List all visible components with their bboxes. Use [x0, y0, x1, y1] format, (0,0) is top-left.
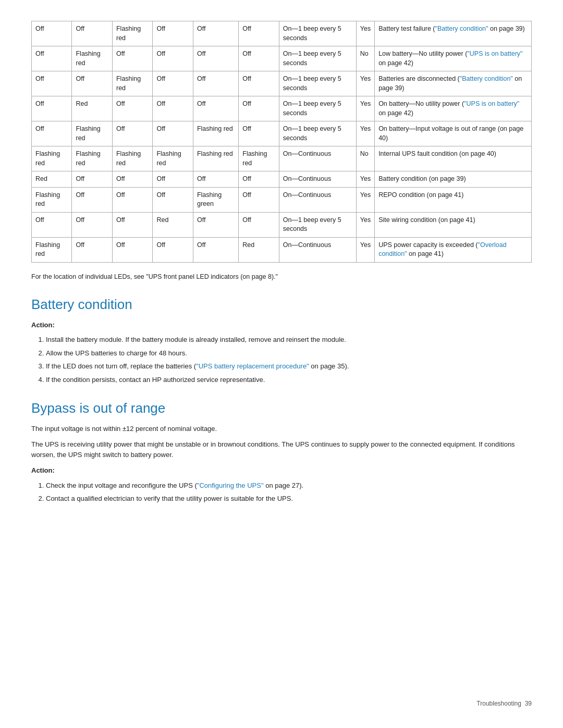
table-cell: On—1 beep every 5 seconds: [279, 46, 356, 71]
table-cell: Off: [112, 121, 152, 146]
table-cell: Off: [193, 96, 238, 121]
table-cell: Off: [72, 171, 112, 188]
table-cell: Yes: [356, 237, 374, 262]
table-cell: On—1 beep every 5 seconds: [279, 212, 356, 237]
note-text: For the location of individual LEDs, see…: [31, 272, 532, 282]
led-status-table: OffOffFlashing redOffOffOffOn—1 beep eve…: [31, 21, 532, 263]
table-cell: Off: [193, 237, 238, 262]
table-cell: Yes: [356, 121, 374, 146]
table-cell: Flashing red: [239, 146, 279, 171]
table-cell: Off: [193, 71, 238, 96]
table-cell: Off: [32, 21, 72, 46]
table-row: OffOffFlashing redOffOffOffOn—1 beep eve…: [32, 71, 532, 96]
table-cell: Off: [239, 121, 279, 146]
table-cell: Yes: [356, 212, 374, 237]
footer-page: 39: [525, 700, 532, 707]
table-cell: Off: [72, 21, 112, 46]
table-cell: Off: [193, 212, 238, 237]
battery-step-item: Install the battery module. If the batte…: [46, 335, 532, 345]
battery-condition-link[interactable]: "Battery condition": [460, 75, 513, 82]
table-cell: Off: [239, 96, 279, 121]
table-cell-description: Site wiring condition (on page 41): [375, 212, 532, 237]
bypass-range-title: Bypass is out of range: [31, 400, 532, 416]
table-cell: Off: [72, 212, 112, 237]
table-cell: Off: [153, 71, 193, 96]
table-cell: Red: [153, 212, 193, 237]
battery-replacement-link[interactable]: "UPS battery replacement procedure": [196, 362, 309, 370]
table-cell: Off: [72, 237, 112, 262]
table-cell: Off: [153, 21, 193, 46]
table-cell: Flashing red: [72, 146, 112, 171]
table-cell: Flashing red: [32, 146, 72, 171]
ups-on-battery-link[interactable]: "UPS is on battery": [467, 50, 522, 57]
table-row: OffFlashing redOffOffFlashing redOffOn—1…: [32, 121, 532, 146]
table-cell: On—1 beep every 5 seconds: [279, 71, 356, 96]
table-cell-description: Low battery—No utility power ("UPS is on…: [375, 46, 532, 71]
battery-condition-title: Battery condition: [31, 297, 532, 313]
table-cell: Off: [153, 96, 193, 121]
bypass-para1: The input voltage is not within ±12 perc…: [31, 424, 532, 434]
table-row: OffFlashing redOffOffOffOffOn—1 beep eve…: [32, 46, 532, 71]
footer: Troubleshooting 39: [476, 700, 532, 707]
table-cell: Red: [72, 96, 112, 121]
table-row: OffRedOffOffOffOffOn—1 beep every 5 seco…: [32, 96, 532, 121]
table-cell: Yes: [356, 21, 374, 46]
battery-action-label: Action:: [31, 320, 532, 330]
table-cell-description: On battery—Input voltage is out of range…: [375, 121, 532, 146]
table-cell: Off: [72, 187, 112, 212]
table-cell: Yes: [356, 187, 374, 212]
table-cell: Flashing green: [193, 187, 238, 212]
bypass-range-section: Bypass is out of range The input voltage…: [31, 400, 532, 504]
table-cell: Yes: [356, 171, 374, 188]
table-cell: Flashing red: [72, 121, 112, 146]
table-cell: Off: [112, 46, 152, 71]
table-cell: Flashing red: [32, 187, 72, 212]
table-cell: On—Continuous: [279, 187, 356, 212]
table-cell: Off: [32, 212, 72, 237]
bypass-para2: The UPS is receiving utility power that …: [31, 439, 532, 460]
table-cell-description: REPO condition (on page 41): [375, 187, 532, 212]
table-cell: Off: [239, 21, 279, 46]
battery-step-item: If the LED does not turn off, replace th…: [46, 361, 532, 372]
table-cell: Flashing red: [153, 146, 193, 171]
table-row: RedOffOffOffOffOffOn—ContinuousYesBatter…: [32, 171, 532, 188]
table-cell: Off: [32, 121, 72, 146]
table-cell: Off: [153, 187, 193, 212]
table-cell: No: [356, 146, 374, 171]
table-cell: On—1 beep every 5 seconds: [279, 21, 356, 46]
battery-step-item: Allow the UPS batteries to charge for 48…: [46, 348, 532, 359]
table-cell: Off: [32, 96, 72, 121]
configuring-ups-link[interactable]: "Configuring the UPS": [197, 482, 264, 489]
table-cell: Yes: [356, 71, 374, 96]
table-cell: Off: [193, 21, 238, 46]
table-cell: Flashing red: [193, 146, 238, 171]
table-cell: Off: [112, 212, 152, 237]
table-cell: Off: [153, 46, 193, 71]
bypass-step-item: Contact a qualified electrician to verif…: [46, 493, 532, 504]
table-cell: Off: [239, 187, 279, 212]
table-cell: On—1 beep every 5 seconds: [279, 96, 356, 121]
table-cell: Flashing red: [112, 21, 152, 46]
table-cell: On—1 beep every 5 seconds: [279, 121, 356, 146]
battery-step-item: If the condition persists, contact an HP…: [46, 375, 532, 385]
table-cell: Off: [239, 212, 279, 237]
table-row: OffOffOffRedOffOffOn—1 beep every 5 seco…: [32, 212, 532, 237]
overload-condition-link[interactable]: "Overload condition": [378, 241, 507, 258]
bypass-step-item: Check the input voltage and reconfigure …: [46, 480, 532, 491]
table-cell-description: Battery test failure ("Battery condition…: [375, 21, 532, 46]
table-cell: Off: [153, 171, 193, 188]
battery-condition-link[interactable]: "Battery condition": [435, 25, 488, 32]
table-cell: Flashing red: [72, 46, 112, 71]
table-cell: Flashing red: [112, 71, 152, 96]
table-row: Flashing redOffOffOffOffRedOn—Continuous…: [32, 237, 532, 262]
table-cell: Off: [112, 96, 152, 121]
table-cell: Red: [32, 171, 72, 188]
table-cell: Off: [112, 187, 152, 212]
table-cell-description: Internal UPS fault condition (on page 40…: [375, 146, 532, 171]
battery-condition-section: Battery condition Action: Install the ba…: [31, 297, 532, 385]
ups-on-battery-link[interactable]: "UPS is on battery": [464, 100, 519, 107]
table-cell: Off: [239, 71, 279, 96]
table-cell-description: UPS power capacity is exceeded ("Overloa…: [375, 237, 532, 262]
table-cell: Off: [239, 171, 279, 188]
table-row: Flashing redOffOffOffFlashing greenOffOn…: [32, 187, 532, 212]
